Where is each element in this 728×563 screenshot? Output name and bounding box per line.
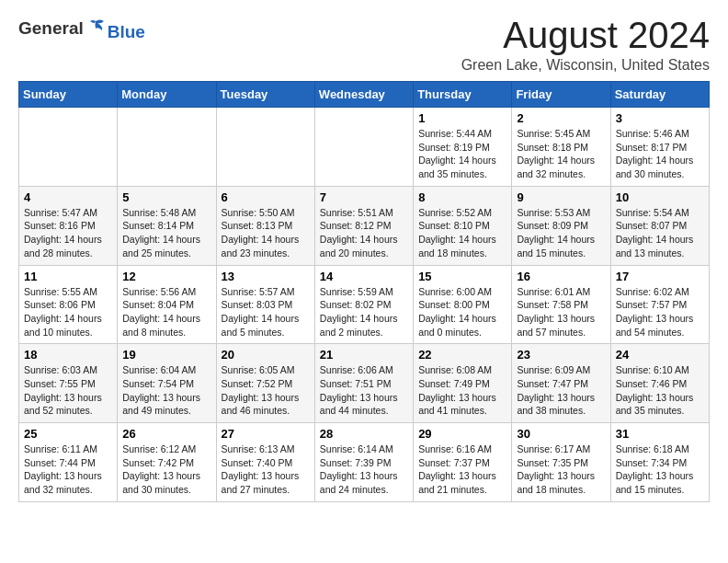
day-info: Sunrise: 6:05 AM Sunset: 7:52 PM Dayligh…	[222, 363, 310, 418]
day-info: Sunrise: 6:16 AM Sunset: 7:37 PM Dayligh…	[418, 442, 506, 497]
calendar-cell: 19Sunrise: 6:04 AM Sunset: 7:54 PM Dayli…	[118, 344, 216, 423]
calendar-cell	[314, 108, 413, 187]
calendar-cell: 20Sunrise: 6:05 AM Sunset: 7:52 PM Dayli…	[216, 344, 314, 423]
day-number: 3	[616, 111, 704, 125]
calendar-cell: 16Sunrise: 6:01 AM Sunset: 7:58 PM Dayli…	[512, 265, 610, 344]
calendar-cell: 13Sunrise: 5:57 AM Sunset: 8:03 PM Dayli…	[216, 265, 314, 344]
calendar-cell: 1Sunrise: 5:44 AM Sunset: 8:19 PM Daylig…	[414, 108, 512, 187]
calendar-cell: 24Sunrise: 6:10 AM Sunset: 7:46 PM Dayli…	[610, 344, 709, 423]
day-info: Sunrise: 5:54 AM Sunset: 8:07 PM Dayligh…	[616, 206, 704, 260]
day-number: 22	[418, 348, 506, 362]
day-info: Sunrise: 6:03 AM Sunset: 7:55 PM Dayligh…	[24, 363, 112, 418]
day-info: Sunrise: 5:46 AM Sunset: 8:17 PM Dayligh…	[616, 127, 704, 181]
day-info: Sunrise: 5:51 AM Sunset: 8:12 PM Dayligh…	[320, 206, 408, 260]
calendar-cell	[216, 108, 314, 187]
calendar-cell: 18Sunrise: 6:03 AM Sunset: 7:55 PM Dayli…	[19, 344, 118, 423]
day-number: 7	[320, 190, 408, 204]
day-number: 30	[517, 427, 605, 441]
day-info: Sunrise: 6:06 AM Sunset: 7:51 PM Dayligh…	[320, 363, 408, 418]
day-number: 4	[24, 190, 112, 204]
calendar-cell: 6Sunrise: 5:50 AM Sunset: 8:13 PM Daylig…	[216, 186, 314, 265]
day-number: 26	[122, 427, 210, 441]
calendar-cell	[19, 108, 118, 187]
calendar-header-row: SundayMondayTuesdayWednesdayThursdayFrid…	[19, 82, 710, 108]
calendar-cell: 27Sunrise: 6:13 AM Sunset: 7:40 PM Dayli…	[216, 423, 314, 502]
calendar-cell: 10Sunrise: 5:54 AM Sunset: 8:07 PM Dayli…	[610, 186, 709, 265]
calendar-cell: 15Sunrise: 6:00 AM Sunset: 8:00 PM Dayli…	[414, 265, 512, 344]
day-info: Sunrise: 6:09 AM Sunset: 7:47 PM Dayligh…	[517, 363, 605, 418]
day-info: Sunrise: 5:52 AM Sunset: 8:10 PM Dayligh…	[418, 206, 506, 260]
day-info: Sunrise: 6:08 AM Sunset: 7:49 PM Dayligh…	[418, 363, 506, 418]
day-number: 21	[320, 348, 408, 362]
day-number: 24	[616, 348, 704, 362]
day-number: 2	[517, 111, 605, 125]
calendar-week-row: 1Sunrise: 5:44 AM Sunset: 8:19 PM Daylig…	[19, 108, 710, 187]
day-info: Sunrise: 6:01 AM Sunset: 7:58 PM Dayligh…	[517, 285, 605, 339]
title-section: August 2024 Green Lake, Wisconsin, Unite…	[461, 15, 710, 74]
day-number: 31	[616, 427, 704, 441]
calendar-week-row: 4Sunrise: 5:47 AM Sunset: 8:16 PM Daylig…	[19, 186, 710, 265]
calendar-cell: 2Sunrise: 5:45 AM Sunset: 8:18 PM Daylig…	[512, 108, 610, 187]
calendar-cell: 14Sunrise: 5:59 AM Sunset: 8:02 PM Dayli…	[314, 265, 413, 344]
calendar-cell: 31Sunrise: 6:18 AM Sunset: 7:34 PM Dayli…	[610, 423, 709, 502]
calendar-cell: 28Sunrise: 6:14 AM Sunset: 7:39 PM Dayli…	[314, 423, 413, 502]
calendar-cell: 22Sunrise: 6:08 AM Sunset: 7:49 PM Dayli…	[414, 344, 512, 423]
calendar-week-row: 18Sunrise: 6:03 AM Sunset: 7:55 PM Dayli…	[19, 344, 710, 423]
logo-blue-text: Blue	[108, 22, 145, 42]
day-info: Sunrise: 6:13 AM Sunset: 7:40 PM Dayligh…	[222, 442, 310, 497]
calendar-cell: 23Sunrise: 6:09 AM Sunset: 7:47 PM Dayli…	[512, 344, 610, 423]
calendar-cell: 3Sunrise: 5:46 AM Sunset: 8:17 PM Daylig…	[610, 108, 709, 187]
day-number: 1	[418, 111, 506, 125]
day-info: Sunrise: 6:14 AM Sunset: 7:39 PM Dayligh…	[320, 442, 408, 497]
calendar-day-header: Saturday	[610, 82, 709, 108]
day-info: Sunrise: 6:18 AM Sunset: 7:34 PM Dayligh…	[616, 442, 704, 497]
location-subtitle: Green Lake, Wisconsin, United States	[461, 57, 710, 74]
day-info: Sunrise: 6:12 AM Sunset: 7:42 PM Dayligh…	[122, 442, 210, 497]
day-info: Sunrise: 5:50 AM Sunset: 8:13 PM Dayligh…	[222, 206, 310, 260]
day-number: 20	[222, 348, 310, 362]
calendar-cell: 29Sunrise: 6:16 AM Sunset: 7:37 PM Dayli…	[414, 423, 512, 502]
logo-general-text: General	[18, 18, 84, 39]
calendar-day-header: Thursday	[414, 82, 512, 108]
calendar-cell	[118, 108, 216, 187]
calendar-cell: 8Sunrise: 5:52 AM Sunset: 8:10 PM Daylig…	[414, 186, 512, 265]
day-info: Sunrise: 6:17 AM Sunset: 7:35 PM Dayligh…	[517, 442, 605, 497]
header: General Blue August 2024 Green Lake, Wis…	[18, 15, 710, 74]
day-number: 27	[222, 427, 310, 441]
calendar-cell: 12Sunrise: 5:56 AM Sunset: 8:04 PM Dayli…	[118, 265, 216, 344]
calendar-cell: 17Sunrise: 6:02 AM Sunset: 7:57 PM Dayli…	[610, 265, 709, 344]
calendar-day-header: Wednesday	[314, 82, 413, 108]
day-number: 17	[616, 270, 704, 283]
day-number: 10	[616, 190, 704, 204]
day-info: Sunrise: 5:59 AM Sunset: 8:02 PM Dayligh…	[320, 285, 408, 339]
day-number: 13	[222, 270, 310, 283]
day-number: 12	[122, 270, 210, 283]
day-number: 19	[122, 348, 210, 362]
calendar-cell: 25Sunrise: 6:11 AM Sunset: 7:44 PM Dayli…	[19, 423, 118, 502]
day-info: Sunrise: 5:53 AM Sunset: 8:09 PM Dayligh…	[517, 206, 605, 260]
logo: General Blue	[18, 15, 145, 42]
calendar-week-row: 25Sunrise: 6:11 AM Sunset: 7:44 PM Dayli…	[19, 423, 710, 502]
calendar-cell: 11Sunrise: 5:55 AM Sunset: 8:06 PM Dayli…	[19, 265, 118, 344]
day-number: 9	[517, 190, 605, 204]
calendar-cell: 7Sunrise: 5:51 AM Sunset: 8:12 PM Daylig…	[314, 186, 413, 265]
calendar-cell: 30Sunrise: 6:17 AM Sunset: 7:35 PM Dayli…	[512, 423, 610, 502]
calendar-cell: 9Sunrise: 5:53 AM Sunset: 8:09 PM Daylig…	[512, 186, 610, 265]
day-number: 18	[24, 348, 112, 362]
day-number: 14	[320, 270, 408, 283]
calendar-cell: 5Sunrise: 5:48 AM Sunset: 8:14 PM Daylig…	[118, 186, 216, 265]
logo-bird-icon	[85, 17, 106, 37]
day-info: Sunrise: 5:47 AM Sunset: 8:16 PM Dayligh…	[24, 206, 112, 260]
day-info: Sunrise: 6:04 AM Sunset: 7:54 PM Dayligh…	[122, 363, 210, 418]
day-info: Sunrise: 6:10 AM Sunset: 7:46 PM Dayligh…	[616, 363, 704, 418]
calendar-cell: 21Sunrise: 6:06 AM Sunset: 7:51 PM Dayli…	[314, 344, 413, 423]
day-info: Sunrise: 6:11 AM Sunset: 7:44 PM Dayligh…	[24, 442, 112, 497]
day-number: 8	[418, 190, 506, 204]
day-number: 29	[418, 427, 506, 441]
calendar-day-header: Sunday	[19, 82, 118, 108]
day-info: Sunrise: 6:02 AM Sunset: 7:57 PM Dayligh…	[616, 285, 704, 339]
calendar-cell: 4Sunrise: 5:47 AM Sunset: 8:16 PM Daylig…	[19, 186, 118, 265]
month-year-title: August 2024	[461, 15, 710, 55]
calendar-day-header: Tuesday	[216, 82, 314, 108]
calendar-cell: 26Sunrise: 6:12 AM Sunset: 7:42 PM Dayli…	[118, 423, 216, 502]
